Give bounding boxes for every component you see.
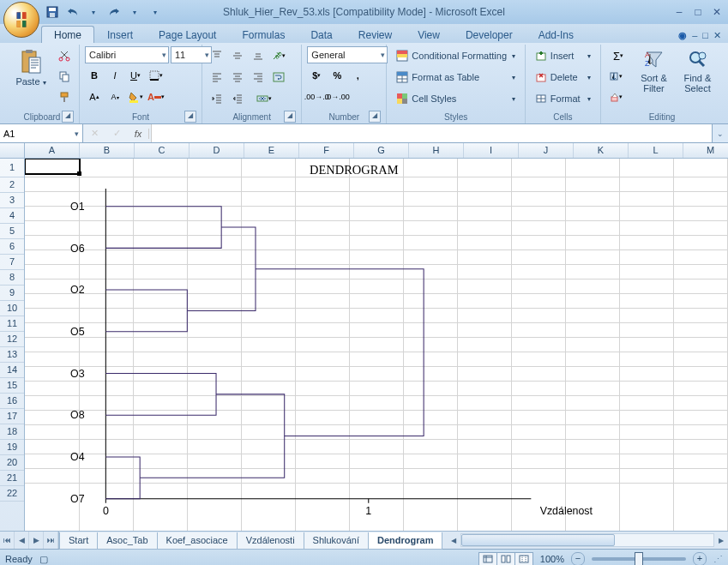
macro-record-icon[interactable]: ▢: [39, 554, 48, 565]
underline-button[interactable]: U▾: [126, 66, 145, 85]
expand-formula-icon[interactable]: ⌄: [712, 124, 728, 142]
wrap-text-icon[interactable]: [269, 68, 288, 87]
increase-decimal-icon[interactable]: .00→.0: [307, 87, 326, 106]
mdi-restore-icon[interactable]: □: [702, 30, 708, 41]
page-layout-view-icon[interactable]: [497, 553, 515, 565]
redo-icon[interactable]: [106, 4, 122, 20]
col-header[interactable]: L: [629, 143, 683, 158]
sheet-tab[interactable]: Koef_asociace: [157, 532, 238, 550]
sort-filter-button[interactable]: AZ Sort & Filter: [634, 46, 674, 96]
row-header[interactable]: 15: [0, 378, 24, 394]
clear-icon[interactable]: ▾: [606, 87, 625, 106]
row-header[interactable]: 13: [0, 347, 24, 363]
row-header[interactable]: 4: [0, 208, 24, 224]
bold-button[interactable]: B: [85, 66, 104, 85]
increase-indent-icon[interactable]: [228, 89, 247, 108]
conditional-formatting-button[interactable]: Conditional Formatting▾: [392, 46, 519, 65]
save-icon[interactable]: [45, 4, 60, 20]
alignment-dialog-icon[interactable]: ◢: [284, 111, 296, 123]
help-icon[interactable]: ◉: [678, 30, 687, 41]
col-header[interactable]: M: [683, 143, 728, 158]
name-box[interactable]: A1: [0, 124, 83, 142]
sheet-tab[interactable]: Vzdálenosti: [237, 532, 304, 550]
italic-button[interactable]: I: [105, 66, 124, 85]
format-as-table-button[interactable]: Format as Table▾: [392, 68, 519, 87]
col-header[interactable]: D: [190, 143, 244, 158]
paste-button[interactable]: Paste ▾: [10, 46, 51, 91]
ribbon-tab-home[interactable]: Home: [41, 26, 94, 43]
col-header[interactable]: B: [80, 143, 135, 158]
select-all-corner[interactable]: [0, 143, 25, 158]
row-header[interactable]: 10: [0, 301, 24, 316]
format-painter-icon[interactable]: [55, 87, 74, 106]
find-select-button[interactable]: Find & Select: [677, 46, 718, 96]
qat-customize-icon[interactable]: ▾: [147, 4, 163, 20]
row-header[interactable]: 6: [0, 239, 24, 255]
decrease-font-icon[interactable]: A▾: [105, 87, 124, 106]
office-button[interactable]: [3, 2, 39, 38]
zoom-level[interactable]: 100%: [540, 554, 564, 564]
comma-icon[interactable]: ,: [348, 66, 367, 85]
tab-prev-icon[interactable]: ◀: [15, 532, 29, 549]
copy-icon[interactable]: [55, 67, 74, 86]
clipboard-dialog-icon[interactable]: ◢: [62, 111, 74, 123]
font-name-select[interactable]: Calibri: [85, 46, 169, 63]
sheet-tab[interactable]: Shlukování: [304, 532, 369, 550]
increase-font-icon[interactable]: A▴: [85, 87, 104, 106]
normal-view-icon[interactable]: [479, 553, 497, 565]
page-break-view-icon[interactable]: [515, 553, 532, 565]
cut-icon[interactable]: [55, 46, 74, 65]
close-icon[interactable]: ✕: [709, 6, 725, 18]
align-center-icon[interactable]: [228, 68, 247, 87]
decrease-decimal-icon[interactable]: .0→.00: [328, 87, 346, 106]
row-header[interactable]: 11: [0, 316, 24, 332]
fx-icon[interactable]: fx: [128, 129, 149, 139]
row-header[interactable]: 16: [0, 394, 24, 409]
border-button[interactable]: ▾: [147, 66, 165, 85]
row-header[interactable]: 5: [0, 224, 24, 239]
restore-icon[interactable]: □: [690, 6, 706, 18]
row-header[interactable]: 20: [0, 455, 24, 471]
ribbon-tab-page-layout[interactable]: Page Layout: [146, 26, 229, 43]
col-header[interactable]: H: [409, 143, 464, 158]
fill-color-button[interactable]: ▾: [126, 87, 145, 106]
fill-icon[interactable]: ▾: [606, 67, 625, 86]
align-bottom-icon[interactable]: [249, 46, 268, 65]
insert-cells-button[interactable]: Insert▾: [531, 46, 595, 65]
undo-icon[interactable]: [65, 4, 81, 20]
sheet-tab[interactable]: Asoc_Tab: [97, 532, 157, 550]
mdi-close-icon[interactable]: ✕: [713, 30, 721, 41]
row-header[interactable]: 12: [0, 332, 24, 347]
currency-icon[interactable]: $▾: [307, 66, 326, 85]
sheet-tab[interactable]: Dendrogram: [368, 532, 442, 550]
qat-drop2-icon[interactable]: ▾: [127, 4, 142, 20]
delete-cells-button[interactable]: Delete▾: [531, 68, 595, 87]
tab-first-icon[interactable]: ⏮: [0, 532, 15, 549]
col-header[interactable]: F: [299, 143, 354, 158]
mdi-minimize-icon[interactable]: –: [692, 30, 697, 41]
align-left-icon[interactable]: [208, 68, 226, 87]
row-header[interactable]: 7: [0, 255, 24, 270]
col-header[interactable]: A: [25, 143, 80, 158]
formula-input[interactable]: [151, 124, 712, 142]
zoom-slider[interactable]: [592, 557, 686, 561]
align-middle-icon[interactable]: [228, 46, 247, 65]
row-header[interactable]: 14: [0, 363, 24, 378]
row-header[interactable]: 17: [0, 409, 24, 424]
col-header[interactable]: C: [135, 143, 190, 158]
number-format-select[interactable]: General: [307, 46, 388, 63]
col-header[interactable]: J: [519, 143, 574, 158]
ribbon-tab-add-ins[interactable]: Add-Ins: [526, 26, 587, 43]
tab-last-icon[interactable]: ⏭: [44, 532, 58, 549]
sheet-tab[interactable]: Start: [59, 532, 98, 550]
merge-center-icon[interactable]: ▾: [249, 89, 280, 108]
row-header[interactable]: 21: [0, 471, 24, 486]
format-cells-button[interactable]: Format▾: [531, 89, 595, 108]
cell-styles-button[interactable]: Cell Styles▾: [392, 89, 519, 108]
col-header[interactable]: K: [574, 143, 629, 158]
row-header[interactable]: 18: [0, 424, 24, 440]
horizontal-scrollbar[interactable]: ◀▶: [447, 532, 728, 549]
zoom-in-icon[interactable]: +: [693, 552, 707, 565]
row-header[interactable]: 8: [0, 270, 24, 286]
zoom-out-icon[interactable]: −: [571, 552, 585, 565]
